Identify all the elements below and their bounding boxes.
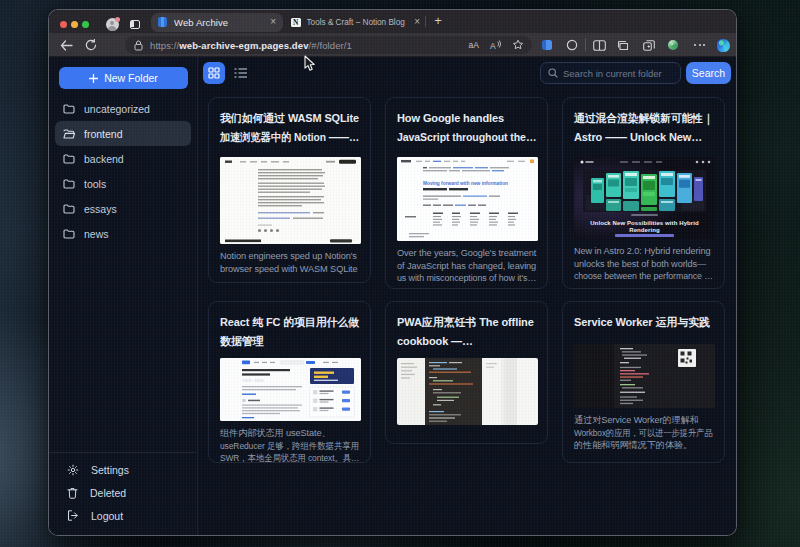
- folder-icon: [63, 204, 75, 214]
- back-icon[interactable]: [57, 33, 75, 57]
- folder-list: uncategorized frontend backend tools: [49, 96, 197, 246]
- split-screen-icon[interactable]: [591, 37, 608, 54]
- extension-icon[interactable]: [538, 37, 555, 54]
- card-thumbnail: [220, 358, 361, 421]
- mouse-cursor: [304, 55, 316, 72]
- search-button[interactable]: Search: [686, 62, 731, 84]
- sidebar-item-settings[interactable]: Settings: [49, 458, 197, 481]
- card-thumbnail: [220, 157, 361, 244]
- search-icon: [548, 68, 558, 78]
- copilot-icon[interactable]: [715, 37, 732, 54]
- card-service-worker[interactable]: Service Worker 运用与实践: [562, 301, 725, 463]
- svg-text:A: A: [490, 41, 496, 51]
- list-view-button[interactable]: [229, 62, 251, 84]
- sidebar-item-backend[interactable]: backend: [55, 146, 191, 171]
- tab-close-icon[interactable]: ×: [414, 17, 420, 27]
- collections-icon[interactable]: [614, 37, 631, 54]
- browser-window: Web Archive × N Tools & Craft – Notion B…: [48, 9, 737, 536]
- card-thumbnail: Unlock New Possibilities with Hybrid Ren…: [574, 157, 715, 239]
- grid-view-icon: [208, 67, 220, 79]
- card-pwa-offline-cookbook[interactable]: PWA应用烹饪书 The offline cookbook —…: [385, 301, 548, 444]
- browser-toolbar: https://web-archive-egm.pages.dev/#/fold…: [49, 33, 736, 57]
- card-title: PWA应用烹饪书 The offline cookbook —…: [397, 313, 536, 351]
- url-text: https://web-archive-egm.pages.dev/#/fold…: [150, 40, 352, 51]
- tab-separator: [425, 16, 426, 27]
- traffic-light-close-icon[interactable]: [60, 21, 67, 28]
- svg-text:Moving forward with new inform: Moving forward with new information: [423, 181, 508, 186]
- card-wasm-sqlite[interactable]: 我们如何通过 WASM SQLite 加速浏览器中的 Notion ——…: [208, 97, 371, 283]
- sidebar-footer: Settings Deleted Logout: [49, 452, 197, 536]
- folder-icon: [63, 229, 75, 239]
- sidebar-item-essays[interactable]: essays: [55, 196, 191, 221]
- sidebar-item-uncategorized[interactable]: uncategorized: [55, 96, 191, 121]
- search-box: [540, 62, 681, 84]
- traffic-light-zoom-icon[interactable]: [82, 21, 89, 28]
- notion-favicon: N: [291, 18, 301, 28]
- desktop-wallpaper: Web Archive × N Tools & Craft – Notion B…: [0, 0, 800, 547]
- card-title: 我们如何通过 WASM SQLite 加速浏览器中的 Notion ——…: [220, 109, 359, 147]
- card-astro-hybrid-rendering[interactable]: 通过混合渲染解锁新可能性｜ Astro —— Unlock New…: [562, 97, 725, 289]
- browser-essentials-icon[interactable]: [563, 37, 580, 54]
- tab-title: Tools & Craft – Notion Blog: [307, 18, 412, 27]
- card-thumbnail: [574, 344, 715, 408]
- web-archive-app: New Folder uncategorized frontend backen…: [49, 57, 737, 536]
- plus-icon: [89, 74, 98, 83]
- tab-notion-blog[interactable]: N Tools & Craft – Notion Blog ×: [287, 13, 425, 33]
- folder-open-icon: [63, 129, 75, 139]
- main-panel: Search 我们如何通过 WASM SQLite 加速浏览器中的 Notion…: [198, 57, 737, 536]
- workspaces-icon[interactable]: [130, 20, 140, 29]
- sidebar-item-logout[interactable]: Logout: [49, 504, 197, 527]
- immersive-reader-icon[interactable]: aA: [469, 40, 479, 50]
- refresh-icon[interactable]: [82, 33, 100, 57]
- card-description: New in Astro 2.0: Hybrid rendering unloc…: [574, 245, 713, 283]
- card-description: Over the years, Google's treatment of Ja…: [397, 247, 536, 285]
- card-description: Notion engineers sped up Notion's browse…: [220, 250, 359, 275]
- card-thumbnail: Moving forward with new information: [397, 157, 538, 241]
- astro-kicker-bar: [631, 214, 658, 216]
- more-menu-icon[interactable]: [691, 37, 708, 54]
- shopping-icon[interactable]: [664, 37, 681, 54]
- address-bar[interactable]: https://web-archive-egm.pages.dev/#/fold…: [125, 36, 532, 54]
- gear-icon: [67, 464, 79, 476]
- folder-icon: [63, 104, 75, 114]
- profile-notification-badge: [115, 17, 120, 22]
- card-title: How Google handles JavaScript throughout…: [397, 109, 536, 147]
- toolbar-separator: [585, 38, 586, 51]
- sidebar: New Folder uncategorized frontend backen…: [49, 57, 198, 536]
- grid-view-button[interactable]: [203, 62, 225, 84]
- card-thumbnail: [397, 358, 538, 425]
- multi-window-icon[interactable]: [640, 37, 657, 54]
- folder-icon: [63, 154, 75, 164]
- lock-icon: [134, 40, 143, 51]
- list-view-icon: [234, 68, 247, 78]
- new-tab-button[interactable]: +: [430, 13, 446, 29]
- card-description: 组件内部状态用 useState、 useReducer 足够，跨组件数据共享用…: [220, 427, 359, 463]
- sidebar-item-deleted[interactable]: Deleted: [49, 481, 197, 504]
- logout-icon: [67, 510, 79, 521]
- astro-link-bar: [615, 234, 674, 237]
- search-input[interactable]: [563, 68, 673, 79]
- card-grid: 我们如何通过 WASM SQLite 加速浏览器中的 Notion ——…: [208, 97, 725, 463]
- tab-title: Web Archive: [174, 17, 266, 28]
- sidebar-item-news[interactable]: news: [55, 221, 191, 246]
- browser-tabstrip: Web Archive × N Tools & Craft – Notion B…: [49, 10, 736, 33]
- tab-web-archive[interactable]: Web Archive ×: [151, 13, 283, 33]
- folder-icon: [63, 179, 75, 189]
- tab-close-icon[interactable]: ×: [270, 17, 276, 27]
- sidebar-item-frontend[interactable]: frontend: [55, 121, 191, 146]
- card-title: React 纯 FC 的项目用什么做 数据管理: [220, 313, 359, 351]
- web-archive-favicon: [158, 17, 167, 27]
- read-aloud-icon[interactable]: A: [490, 40, 501, 50]
- traffic-light-minimize-icon[interactable]: [71, 21, 78, 28]
- card-title: 通过混合渲染解锁新可能性｜ Astro —— Unlock New…: [574, 109, 713, 147]
- card-google-javascript[interactable]: How Google handles JavaScript throughout…: [385, 97, 548, 289]
- card-react-fc-state[interactable]: React 纯 FC 的项目用什么做 数据管理: [208, 301, 371, 463]
- new-folder-button[interactable]: New Folder: [59, 67, 188, 89]
- card-title: Service Worker 运用与实践: [574, 313, 713, 332]
- astro-caption: Unlock New Possibilities with Hybrid Ren…: [590, 220, 699, 234]
- trash-icon: [67, 487, 78, 499]
- card-description: 通过对Service Worker的理解和 Workbox的应用，可以进一步提升…: [574, 414, 713, 452]
- sidebar-item-tools[interactable]: tools: [55, 171, 191, 196]
- favorite-star-icon[interactable]: [512, 39, 524, 51]
